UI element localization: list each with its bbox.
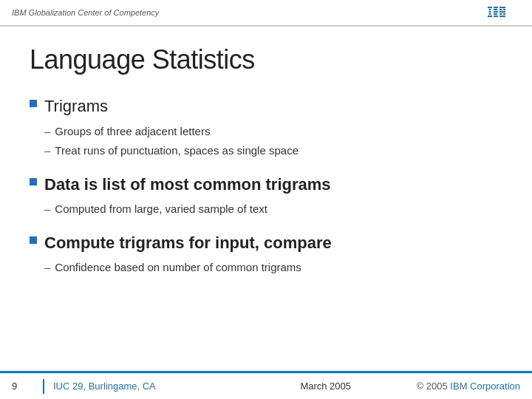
svg-rect-3 [489,13,491,15]
svg-rect-6 [494,9,497,10]
section-header-data-list: Data is list of most common trigrams [30,174,502,196]
list-item: – Treat runs of punctuation, spaces as s… [44,143,502,160]
header-title: IBM Globalization Center of Competency [12,8,159,17]
section-title-compute: Compute trigrams for input, compare [44,233,332,254]
bullet-icon-compute [30,236,37,244]
svg-rect-2 [489,11,491,13]
svg-rect-4 [488,16,492,17]
svg-rect-14 [499,13,502,15]
ibm-logo [488,5,520,20]
footer-copyright: © 2005 IBM Corporation [417,381,520,392]
sub-dash: – [44,123,50,140]
page-title: Language Statistics [30,44,502,75]
svg-rect-1 [489,9,491,10]
bullet-icon-data-list [30,178,37,185]
section-header-trigrams: Trigrams [30,96,502,117]
footer-date: March 2005 [235,381,417,392]
section-trigrams: Trigrams – Groups of three adjacent lett… [30,96,502,160]
footer-conference: IUC 29, Burlingame, CA [53,381,235,392]
svg-rect-5 [494,7,498,8]
sub-text: Groups of three adjacent letters [55,123,210,140]
svg-rect-0 [488,7,492,8]
svg-rect-9 [494,16,498,17]
sub-dash: – [44,201,50,218]
main-content: Language Statistics Trigrams – Groups of… [0,27,532,306]
footer: 9 IUC 29, Burlingame, CA March 2005 © 20… [0,371,532,399]
svg-rect-12 [503,9,505,10]
list-item: – Groups of three adjacent letters [44,123,502,140]
sub-text: Computed from large, varied sample of te… [55,201,267,218]
list-item: – Confidence based on number of common t… [44,259,502,276]
sub-items-trigrams: – Groups of three adjacent letters – Tre… [44,123,502,160]
svg-rect-16 [499,16,505,17]
header-bar: IBM Globalization Center of Competency [0,0,532,27]
list-item: – Computed from large, varied sample of … [44,201,502,218]
sub-text: Confidence based on number of common tri… [55,259,301,276]
svg-rect-11 [499,9,502,10]
section-header-compute: Compute trigrams for input, compare [30,233,502,254]
sub-dash: – [44,143,50,160]
svg-rect-8 [494,13,497,15]
svg-rect-13 [499,11,505,13]
sub-items-compute: – Confidence based on number of common t… [44,259,502,276]
footer-divider [43,379,44,394]
sub-text: Treat runs of punctuation, spaces as sin… [55,143,299,160]
section-data-list: Data is list of most common trigrams – C… [30,174,502,218]
svg-rect-10 [499,7,505,8]
footer-copyright-ibm: IBM Corporation [450,381,520,392]
section-title-data-list: Data is list of most common trigrams [44,174,331,196]
footer-slide-number: 9 [12,381,34,392]
sub-dash: – [44,259,50,276]
sub-items-data-list: – Computed from large, varied sample of … [44,201,502,218]
svg-rect-7 [494,11,498,13]
section-title-trigrams: Trigrams [44,96,108,117]
section-compute: Compute trigrams for input, compare – Co… [30,233,502,276]
bullet-icon-trigrams [30,100,37,107]
svg-rect-15 [503,13,505,15]
ibm-logo-icon [488,5,520,20]
